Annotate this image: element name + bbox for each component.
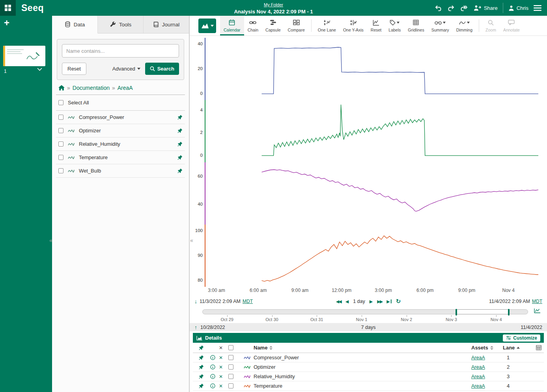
reset-button[interactable]: Reset [62,63,86,75]
slider-handle-right[interactable] [508,309,510,316]
slider-handle-left[interactable] [456,309,457,316]
tab-tools[interactable]: Tools [98,16,144,33]
slider-track[interactable] [202,309,528,314]
row-checkbox[interactable] [228,355,233,360]
details-select-all-checkbox[interactable] [228,345,233,350]
signal-checkbox[interactable] [58,141,63,147]
slider-selection[interactable] [456,309,509,314]
signal-checkbox[interactable] [58,115,63,120]
pin-icon[interactable] [198,383,210,389]
tab-data[interactable]: Data [52,16,98,33]
toolbar-button-dimming[interactable]: Dimming [453,16,476,35]
step-back-fast-icon[interactable]: ◀◀ [336,299,341,304]
duration-label[interactable]: 1 day [353,299,365,304]
sort-icon[interactable] [269,346,273,350]
home-icon[interactable] [58,85,65,91]
pin-icon[interactable] [198,374,210,379]
pin-icon[interactable] [198,364,210,370]
details-row[interactable]: ✕ Relative_Humidity AreaA 3 [193,372,544,381]
worksheet-menu-chevron-icon[interactable] [37,68,42,71]
timezone-link[interactable]: MDT [243,299,253,304]
toolbar-button-reset[interactable]: Reset [367,16,385,35]
pin-icon[interactable] [198,355,210,360]
asset-link[interactable]: AreaA [471,383,485,389]
remove-icon[interactable]: ✕ [219,364,228,370]
asset-link[interactable]: AreaA [471,355,485,360]
signal-list-item[interactable]: Relative_Humidity [56,137,185,151]
customize-button[interactable]: Customize [503,334,540,342]
info-icon[interactable] [210,364,219,370]
pin-icon[interactable] [177,168,183,174]
pin-icon[interactable] [177,128,183,134]
worksheet-thumbnail[interactable] [3,46,45,66]
signal-checkbox[interactable] [58,155,63,160]
details-row[interactable]: ✕ Temperature AreaA 4 [193,381,544,391]
hamburger-menu-icon[interactable] [534,5,541,11]
toolbar-button-labels[interactable]: Labels [385,16,404,35]
remove-icon[interactable]: ✕ [219,383,228,389]
toolbar-button-chain[interactable]: Chain [244,16,262,35]
lane-plot[interactable] [205,225,538,287]
display-range-start[interactable]: 11/3/2022 2:09 AM [200,299,241,304]
collapse-panel-handle[interactable]: « [190,237,193,243]
step-to-end-icon[interactable]: ▶ [386,299,391,304]
breadcrumb-areaa-link[interactable]: AreaA [118,85,133,91]
toolbar-button-summary[interactable]: Summary [428,16,453,35]
seeq-logo[interactable]: Seeq [21,3,44,13]
add-worksheet-button[interactable]: + [0,16,12,28]
signal-list-item[interactable]: Compressor_Power [56,111,185,124]
pin-icon[interactable] [177,115,183,120]
refresh-icon[interactable]: ↻ [396,298,401,305]
signal-list-item[interactable]: Optimizer [56,124,185,137]
expand-range-start-icon[interactable]: ↓ [194,298,197,305]
info-icon[interactable] [210,355,219,360]
view-mode-button[interactable] [198,19,216,33]
pin-icon[interactable] [177,141,183,147]
details-row[interactable]: ✕ Optimizer AreaA 2 [193,362,544,372]
advanced-toggle[interactable]: Advanced [112,66,140,72]
signal-checkbox[interactable] [58,128,63,133]
sort-icon[interactable] [490,346,493,350]
redo-icon[interactable] [447,5,455,11]
my-folder-link[interactable]: My Folder [264,2,283,7]
tab-journal[interactable]: Journal [144,16,189,33]
row-checkbox[interactable] [228,364,233,370]
breadcrumb-documentation-link[interactable]: Documentation [73,85,110,91]
toolbar-button-one-y-axis[interactable]: One Y-Axis [340,16,367,35]
remove-icon[interactable]: ✕ [219,374,228,379]
asset-link[interactable]: AreaA [471,364,485,370]
lane-plot[interactable] [205,38,538,100]
search-button[interactable]: Search [145,63,179,75]
remove-all-icon[interactable]: ✕ [219,345,228,351]
pin-column-header-icon[interactable] [198,345,210,351]
toolbar-button-one-lane[interactable]: One Lane [314,16,340,35]
collapse-worksheets-handle[interactable]: « [49,237,52,243]
details-row[interactable]: ✕ Compressor_Power AreaA 1 [193,353,544,362]
share-button[interactable]: Share [473,5,498,11]
lane-plot[interactable] [205,162,538,225]
toolbar-button-capsule[interactable]: Capsule [262,16,284,35]
timezone-link[interactable]: MDT [532,299,542,304]
signal-list-item[interactable]: Temperature [56,151,185,164]
signal-list-item[interactable]: Wet_Bulb [56,164,185,178]
expand-range-up-icon[interactable]: ↑ [194,324,197,331]
toolbar-button-gridlines[interactable]: Gridlines [404,16,428,35]
row-checkbox[interactable] [228,374,233,379]
user-menu[interactable]: Chris [508,5,528,11]
display-range-end[interactable]: 11/4/2022 2:09 AM [489,299,530,304]
lane-plot[interactable] [205,100,538,162]
info-icon[interactable] [210,374,219,379]
row-checkbox[interactable] [228,383,233,388]
signal-checkbox[interactable] [58,168,63,173]
asset-link[interactable]: AreaA [471,374,485,379]
step-back-icon[interactable]: ◀ [345,299,349,304]
home-grid-button[interactable] [0,0,16,16]
slider-chart-icon[interactable] [534,308,541,313]
step-forward-icon[interactable]: ▶ [370,299,373,304]
toolbar-button-calendar[interactable]: Calendar [220,16,244,35]
undo-icon[interactable] [435,5,442,11]
toolbar-button-compare[interactable]: Compare [284,16,308,35]
sort-asc-icon[interactable] [517,347,520,349]
redo-all-icon[interactable] [460,5,468,11]
table-options-icon[interactable] [536,345,544,350]
